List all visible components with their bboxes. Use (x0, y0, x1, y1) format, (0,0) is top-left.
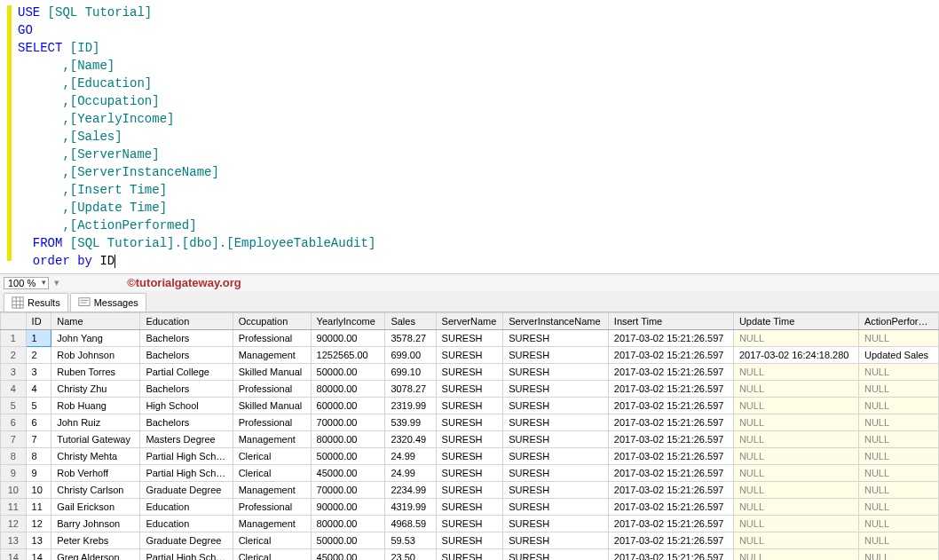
cell-education[interactable]: Bachelors (140, 414, 233, 431)
cell-name[interactable]: Gail Erickson (51, 499, 140, 516)
cell-education[interactable]: Education (140, 516, 233, 532)
cell-sales[interactable]: 4319.99 (385, 499, 436, 516)
cell-education[interactable]: Masters Degree (140, 431, 233, 448)
cell-serverinstancename[interactable]: SURESH (503, 431, 609, 448)
table-row[interactable]: 11John YangBachelorsProfessional90000.00… (1, 330, 939, 347)
cell-serverinstancename[interactable]: SURESH (503, 499, 609, 516)
cell-servername[interactable]: SURESH (436, 549, 503, 561)
cell-education[interactable]: Graduate Degree (140, 532, 233, 549)
row-header[interactable]: 3 (1, 364, 27, 381)
row-header[interactable]: 2 (1, 347, 27, 364)
cell-actionperformed[interactable]: NULL (858, 482, 938, 499)
results-grid[interactable]: ID Name Education Occupation YearlyIncom… (0, 312, 939, 560)
cell-id[interactable]: 11 (26, 499, 51, 516)
cell-occupation[interactable]: Professional (233, 499, 311, 516)
cell-actionperformed[interactable]: NULL (858, 381, 938, 398)
col-header-education[interactable]: Education (140, 313, 233, 330)
cell-actionperformed[interactable]: NULL (858, 414, 938, 431)
table-row[interactable]: 1212Barry JohnsonEducationManagement8000… (1, 516, 939, 532)
cell-occupation[interactable]: Management (233, 482, 311, 499)
cell-occupation[interactable]: Professional (233, 330, 311, 347)
cell-occupation[interactable]: Professional (233, 381, 311, 398)
cell-education[interactable]: Graduate Degree (140, 482, 233, 499)
cell-id[interactable]: 12 (26, 516, 51, 532)
table-row[interactable]: 88Christy MehtaPartial High SchoolCleric… (1, 448, 939, 465)
table-row[interactable]: 99Rob VerhoffPartial High SchoolClerical… (1, 465, 939, 482)
cell-occupation[interactable]: Management (233, 516, 311, 532)
sql-editor[interactable]: USE [SQL Tutorial] GO SELECT [ID] ,[Name… (0, 0, 939, 273)
cell-servername[interactable]: SURESH (436, 499, 503, 516)
cell-name[interactable]: Ruben Torres (51, 364, 140, 381)
cell-sales[interactable]: 539.99 (385, 414, 436, 431)
cell-inserttime[interactable]: 2017-03-02 15:21:26.597 (608, 398, 733, 414)
cell-education[interactable]: Bachelors (140, 330, 233, 347)
cell-updatetime[interactable]: NULL (733, 465, 858, 482)
cell-actionperformed[interactable]: NULL (858, 448, 938, 465)
cell-occupation[interactable]: Clerical (233, 448, 311, 465)
cell-id[interactable]: 2 (26, 347, 51, 364)
cell-servername[interactable]: SURESH (436, 398, 503, 414)
cell-yearlyincome[interactable]: 80000.00 (311, 431, 385, 448)
cell-updatetime[interactable]: 2017-03-02 16:24:18.280 (733, 347, 858, 364)
cell-servername[interactable]: SURESH (436, 414, 503, 431)
cell-id[interactable]: 6 (26, 414, 51, 431)
cell-inserttime[interactable]: 2017-03-02 15:21:26.597 (608, 364, 733, 381)
table-row[interactable]: 66John RuizBachelorsProfessional70000.00… (1, 414, 939, 431)
cell-sales[interactable]: 2234.99 (385, 482, 436, 499)
cell-updatetime[interactable]: NULL (733, 516, 858, 532)
cell-sales[interactable]: 3078.27 (385, 381, 436, 398)
cell-occupation[interactable]: Management (233, 431, 311, 448)
cell-updatetime[interactable]: NULL (733, 414, 858, 431)
cell-actionperformed[interactable]: NULL (858, 465, 938, 482)
row-header[interactable]: 4 (1, 381, 27, 398)
col-header-name[interactable]: Name (51, 313, 140, 330)
cell-education[interactable]: Partial High School (140, 465, 233, 482)
cell-education[interactable]: Partial High School (140, 448, 233, 465)
cell-education[interactable]: Education (140, 499, 233, 516)
cell-servername[interactable]: SURESH (436, 482, 503, 499)
cell-id[interactable]: 3 (26, 364, 51, 381)
cell-actionperformed[interactable]: Updated Sales (858, 347, 938, 364)
cell-serverinstancename[interactable]: SURESH (503, 330, 609, 347)
row-header[interactable]: 8 (1, 448, 27, 465)
cell-updatetime[interactable]: NULL (733, 499, 858, 516)
row-header[interactable]: 9 (1, 465, 27, 482)
col-header-serverinstancename[interactable]: ServerInstanceName (503, 313, 609, 330)
cell-yearlyincome[interactable]: 60000.00 (311, 398, 385, 414)
cell-serverinstancename[interactable]: SURESH (503, 532, 609, 549)
cell-inserttime[interactable]: 2017-03-02 15:21:26.597 (608, 465, 733, 482)
cell-updatetime[interactable]: NULL (733, 482, 858, 499)
cell-serverinstancename[interactable]: SURESH (503, 347, 609, 364)
cell-sales[interactable]: 59.53 (385, 532, 436, 549)
cell-id[interactable]: 5 (26, 398, 51, 414)
cell-yearlyincome[interactable]: 80000.00 (311, 516, 385, 532)
cell-servername[interactable]: SURESH (436, 330, 503, 347)
cell-serverinstancename[interactable]: SURESH (503, 364, 609, 381)
cell-name[interactable]: Greg Alderson (51, 549, 140, 561)
cell-updatetime[interactable]: NULL (733, 398, 858, 414)
cell-yearlyincome[interactable]: 50000.00 (311, 532, 385, 549)
cell-occupation[interactable]: Professional (233, 414, 311, 431)
row-header[interactable]: 10 (1, 482, 27, 499)
cell-name[interactable]: Christy Mehta (51, 448, 140, 465)
corner-cell[interactable] (1, 313, 27, 330)
row-header[interactable]: 11 (1, 499, 27, 516)
table-row[interactable]: 77Tutorial GatewayMasters DegreeManageme… (1, 431, 939, 448)
row-header[interactable]: 14 (1, 549, 27, 561)
cell-sales[interactable]: 24.99 (385, 465, 436, 482)
cell-updatetime[interactable]: NULL (733, 448, 858, 465)
cell-name[interactable]: Rob Verhoff (51, 465, 140, 482)
cell-id[interactable]: 8 (26, 448, 51, 465)
cell-yearlyincome[interactable]: 50000.00 (311, 448, 385, 465)
cell-serverinstancename[interactable]: SURESH (503, 448, 609, 465)
cell-updatetime[interactable]: NULL (733, 364, 858, 381)
cell-name[interactable]: Tutorial Gateway (51, 431, 140, 448)
col-header-servername[interactable]: ServerName (436, 313, 503, 330)
cell-actionperformed[interactable]: NULL (858, 499, 938, 516)
row-header[interactable]: 5 (1, 398, 27, 414)
cell-id[interactable]: 4 (26, 381, 51, 398)
cell-inserttime[interactable]: 2017-03-02 15:21:26.597 (608, 347, 733, 364)
cell-actionperformed[interactable]: NULL (858, 431, 938, 448)
cell-education[interactable]: Bachelors (140, 381, 233, 398)
col-header-id[interactable]: ID (26, 313, 51, 330)
